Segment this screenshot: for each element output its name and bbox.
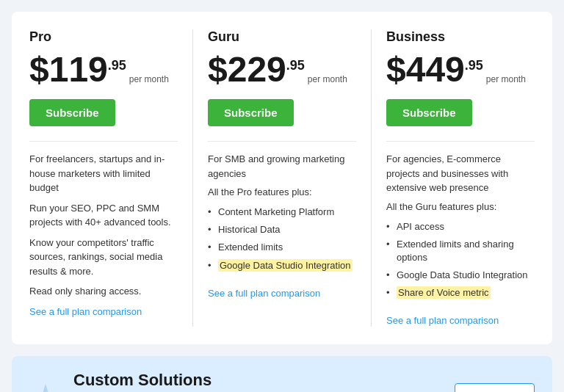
feature-item-guru-2: Extended limits bbox=[208, 239, 356, 256]
feature-highlight-guru-3: Google Data Studio Integration bbox=[218, 259, 352, 272]
plan-desc-pro-3: Read only sharing access. bbox=[29, 284, 178, 299]
price-period-guru: per month bbox=[308, 74, 347, 84]
price-main-business: $449 bbox=[386, 52, 465, 87]
divider-guru bbox=[208, 141, 356, 142]
plan-pro: Pro $119 .95 per month Subscribe For fre… bbox=[29, 29, 193, 327]
compare-link-guru[interactable]: See a full plan comparison bbox=[208, 288, 320, 299]
price-period-business: per month bbox=[486, 74, 526, 84]
price-cents-guru: .95 bbox=[286, 58, 305, 73]
plan-desc-pro-0: For freelancers, startups and in-house m… bbox=[29, 152, 178, 195]
feature-item-business-2: Google Data Studio Integration bbox=[386, 266, 535, 284]
subscribe-button-pro[interactable]: Subscribe bbox=[29, 99, 115, 126]
price-row-pro: $119 .95 per month bbox=[29, 52, 178, 87]
price-main-guru: $229 bbox=[208, 52, 286, 87]
pricing-plans: Pro $119 .95 per month Subscribe For fre… bbox=[12, 12, 552, 344]
svg-marker-0 bbox=[32, 384, 59, 392]
subscribe-button-business[interactable]: Subscribe bbox=[386, 99, 472, 126]
features-list-business: API accessExtended limits and sharing op… bbox=[386, 218, 535, 302]
feature-highlight-business-3: Share of Voice metric bbox=[397, 286, 491, 299]
price-row-business: $449 .95 per month bbox=[386, 52, 535, 87]
features-intro-guru: All the Pro features plus: bbox=[208, 186, 356, 197]
divider-business bbox=[386, 141, 535, 142]
features-list-guru: Content Marketing PlatformHistorical Dat… bbox=[208, 203, 356, 275]
price-period-pro: per month bbox=[129, 74, 169, 84]
plan-desc-business-0: For agencies, E-commerce projects and bu… bbox=[386, 152, 535, 195]
plan-business: Business $449 .95 per month Subscribe Fo… bbox=[372, 29, 535, 327]
feature-item-business-0: API access bbox=[386, 218, 535, 236]
star-decoration bbox=[29, 381, 62, 392]
compare-link-business[interactable]: See a full plan comparison bbox=[386, 315, 499, 326]
custom-solutions-section: Custom Solutions Are you a big player an… bbox=[12, 356, 552, 392]
divider-pro bbox=[29, 141, 178, 142]
price-row-guru: $229 .95 per month bbox=[208, 52, 356, 87]
feature-item-guru-0: Content Marketing Platform bbox=[208, 203, 356, 221]
feature-item-business-1: Extended limits and sharing options bbox=[386, 236, 535, 266]
custom-solutions-content: Custom Solutions Are you a big player an… bbox=[73, 371, 443, 392]
contact-us-button[interactable]: Contact us bbox=[455, 383, 535, 392]
plan-name-business: Business bbox=[386, 29, 535, 45]
feature-item-guru-3: Google Data Studio Integration bbox=[208, 257, 356, 275]
feature-item-guru-1: Historical Data bbox=[208, 221, 356, 239]
plan-desc-guru-0: For SMB and growing marketing agencies bbox=[208, 152, 356, 181]
compare-link-pro[interactable]: See a full plan comparison bbox=[29, 306, 142, 317]
custom-solutions-title: Custom Solutions bbox=[73, 371, 443, 390]
price-main-pro: $119 bbox=[29, 52, 108, 87]
price-cents-business: .95 bbox=[465, 58, 483, 73]
plan-guru: Guru $229 .95 per month Subscribe For SM… bbox=[193, 29, 372, 327]
plan-desc-pro-2: Know your competitors' traffic sources, … bbox=[29, 236, 178, 279]
feature-item-business-3: Share of Voice metric bbox=[386, 284, 535, 302]
plan-desc-pro-1: Run your SEO, PPC and SMM projects with … bbox=[29, 201, 178, 230]
features-intro-business: All the Guru features plus: bbox=[386, 201, 535, 212]
price-cents-pro: .95 bbox=[108, 58, 126, 73]
star-icon bbox=[29, 381, 62, 392]
plan-name-guru: Guru bbox=[208, 29, 356, 45]
plan-name-pro: Pro bbox=[29, 29, 178, 45]
subscribe-button-guru[interactable]: Subscribe bbox=[208, 99, 294, 126]
